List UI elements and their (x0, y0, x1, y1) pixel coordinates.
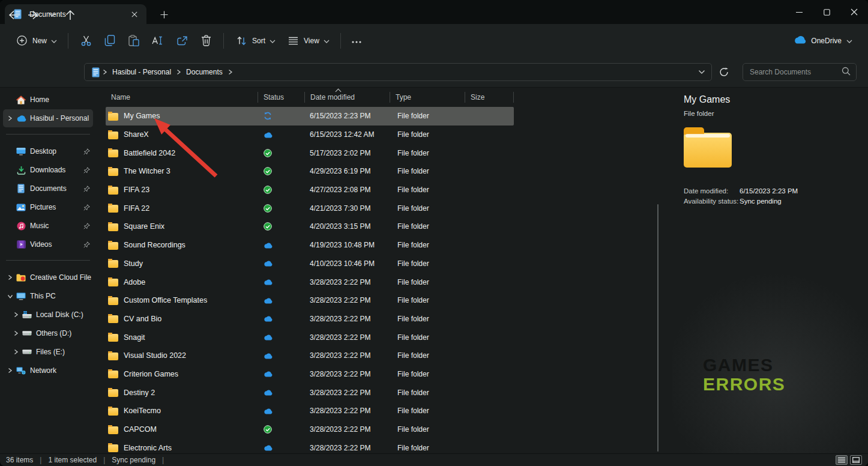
documents-icon (15, 184, 27, 193)
file-date-modified: 4/19/2023 10:48 PM (305, 241, 390, 249)
file-name-cell: Adobe (106, 277, 258, 286)
sidebar-item-desktop[interactable]: Desktop (3, 142, 93, 160)
file-row-fifa-22[interactable]: FIFA 224/21/2023 7:30 PMFile folder (106, 199, 514, 217)
large-icons-view-button[interactable] (850, 455, 862, 465)
details-view-button[interactable] (836, 455, 848, 465)
file-row-my-games[interactable]: My Games6/15/2023 2:23 PMFile folder (106, 107, 514, 126)
maximize-button[interactable] (813, 0, 840, 24)
breadcrumb-item-documents[interactable]: Documents (182, 66, 226, 78)
sidebar-item-pictures[interactable]: Pictures (3, 198, 93, 216)
close-button[interactable] (840, 0, 868, 24)
ellipsis-icon (352, 37, 361, 45)
column-header-name[interactable]: Name (106, 88, 258, 107)
vertical-scrollbar[interactable] (657, 204, 659, 452)
folder-icon (108, 408, 118, 416)
file-row-adobe[interactable]: Adobe3/28/2023 2:22 PMFile folder (106, 273, 514, 291)
file-row-cv-and-bio[interactable]: CV and Bio3/28/2023 2:22 PMFile folder (106, 310, 514, 328)
sidebar-item-files-e[interactable]: Files (E:) (9, 343, 93, 361)
folder-icon (108, 371, 118, 378)
file-row-the-witcher-3[interactable]: The Witcher 34/29/2023 6:19 PMFile folde… (106, 162, 514, 181)
back-button[interactable] (4, 5, 23, 25)
sidebar-item-videos[interactable]: Videos (3, 235, 93, 253)
column-header-date-modified[interactable]: Date modified (305, 88, 390, 107)
file-name-cell: FIFA 22 (106, 204, 258, 213)
folder-icon (108, 389, 118, 397)
file-row-study[interactable]: Study4/10/2023 10:46 PMFile folder (106, 255, 514, 273)
address-bar[interactable]: Hasibul - PersonalDocuments (84, 63, 712, 81)
videos-icon (15, 240, 27, 249)
file-row-square-enix[interactable]: Square Enix4/20/2023 3:15 PMFile folder (106, 217, 514, 236)
sidebar-item-network[interactable]: Network (3, 362, 93, 380)
file-row-destiny-2[interactable]: Destiny 23/28/2023 2:22 PMFile folder (106, 383, 514, 402)
column-header-type[interactable]: Type (390, 88, 465, 107)
file-row-battlefield-2042[interactable]: Battlefield 20425/17/2023 2:02 PMFile fo… (106, 144, 514, 162)
file-row-capcom[interactable]: CAPCOM3/28/2023 2:22 PMFile folder (106, 420, 514, 439)
search-input[interactable] (749, 67, 842, 77)
onedrive-button[interactable]: OneDrive (788, 31, 858, 50)
paste-button[interactable] (122, 29, 146, 52)
file-row-criterion-games[interactable]: Criterion Games3/28/2023 2:22 PMFile fol… (106, 365, 514, 384)
sort-button[interactable]: Sort (229, 29, 281, 52)
file-name: Study (124, 259, 143, 268)
file-row-sharex[interactable]: ShareX6/15/2023 12:42 AMFile folder (106, 126, 514, 144)
new-tab-button[interactable] (157, 8, 170, 21)
status-bar: 36 items 1 item selected Sync pending (0, 453, 868, 466)
folder-icon (108, 150, 118, 157)
file-name-cell: Battlefield 2042 (106, 148, 258, 157)
file-row-fifa-23[interactable]: FIFA 234/27/2023 2:08 PMFile folder (106, 181, 514, 199)
view-button[interactable]: View (281, 29, 335, 52)
share-button[interactable] (170, 29, 194, 52)
delete-button[interactable] (194, 29, 218, 52)
column-headers: Name Status Date modified Type Size (106, 88, 672, 107)
folder-icon (108, 205, 118, 213)
file-row-custom-office-templates[interactable]: Custom Office Templates3/28/2023 2:22 PM… (106, 291, 514, 310)
copy-button[interactable] (98, 29, 122, 52)
file-row-koeitecmo[interactable]: KoeiTecmo3/28/2023 2:22 PMFile folder (106, 402, 514, 420)
sidebar-item-local-disk-c[interactable]: Local Disk (C:) (9, 306, 93, 324)
sidebar-item-hasibul-personal[interactable]: Hasibul - Personal (3, 109, 93, 127)
file-row-sound-recordings[interactable]: Sound Recordings4/19/2023 10:48 PMFile f… (106, 236, 514, 255)
cut-button[interactable] (74, 29, 98, 52)
sidebar-item-creative-cloud-files[interactable]: Creative Cloud Files (3, 268, 93, 286)
sidebar-item-home[interactable]: Home (3, 91, 93, 109)
tab-close-icon[interactable] (128, 8, 140, 20)
chevron-right-icon[interactable] (5, 274, 15, 280)
column-header-status[interactable]: Status (258, 88, 305, 107)
chevron-right-icon[interactable] (11, 349, 21, 355)
sidebar-item-others-d[interactable]: Others (D:) (9, 324, 93, 342)
rename-button[interactable] (146, 29, 170, 52)
folder-icon (108, 353, 118, 360)
forward-button[interactable] (23, 5, 43, 25)
file-date-modified: 4/27/2023 2:08 PM (305, 186, 390, 194)
copy-icon (103, 34, 116, 47)
file-date-modified: 4/21/2023 7:30 PM (305, 204, 390, 213)
refresh-button[interactable] (716, 64, 732, 80)
column-header-size[interactable]: Size (465, 88, 514, 107)
chevron-right-icon[interactable] (5, 115, 15, 121)
file-name-cell: KoeiTecmo (106, 407, 258, 416)
chevron-right-icon[interactable] (11, 312, 21, 318)
more-options-button[interactable] (346, 32, 367, 50)
recent-locations-chevron-icon[interactable] (43, 5, 62, 25)
chevron-down-icon[interactable] (5, 294, 15, 299)
sidebar-item-downloads[interactable]: Downloads (3, 161, 93, 179)
new-button[interactable]: New (10, 29, 62, 52)
file-type: File folder (390, 241, 465, 249)
sidebar-item-music[interactable]: Music (3, 217, 93, 235)
file-row-snagit[interactable]: Snagit3/28/2023 2:22 PMFile folder (106, 328, 514, 346)
sidebar-item-documents[interactable]: Documents (3, 180, 93, 198)
file-row-visual-studio-2022[interactable]: Visual Studio 20223/28/2023 2:22 PMFile … (106, 346, 514, 365)
sidebar-item-this-pc[interactable]: This PC (3, 287, 93, 305)
chevron-right-icon[interactable] (5, 368, 15, 374)
minimize-button[interactable] (785, 0, 813, 24)
address-dropdown-chevron-icon[interactable] (698, 70, 705, 74)
file-date-modified: 4/20/2023 3:15 PM (305, 222, 390, 231)
network-icon (15, 367, 27, 375)
file-row-electronic-arts[interactable]: Electronic Arts3/28/2023 2:22 PMFile fol… (106, 438, 514, 453)
plus-circle-icon (15, 34, 28, 47)
up-button[interactable] (61, 5, 80, 25)
breadcrumb-item-hasibul-personal[interactable]: Hasibul - Personal (109, 66, 175, 78)
chevron-right-icon[interactable] (11, 330, 21, 336)
file-date-modified: 5/17/2023 2:02 PM (305, 149, 390, 157)
folder-icon (108, 260, 118, 268)
